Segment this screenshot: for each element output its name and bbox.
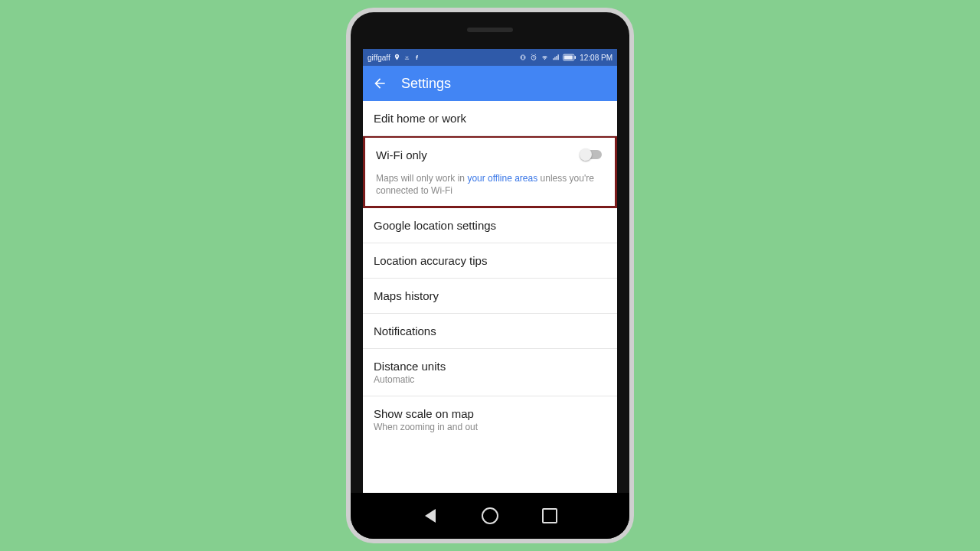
vibrate-icon xyxy=(519,54,527,61)
row-label: Wi-Fi only xyxy=(376,148,604,161)
wifi-only-toggle[interactable] xyxy=(580,148,604,161)
row-sublabel: Automatic xyxy=(374,374,606,385)
alarm-icon xyxy=(530,54,537,61)
row-maps-history[interactable]: Maps history xyxy=(363,279,617,314)
svg-rect-3 xyxy=(564,55,573,59)
svg-rect-0 xyxy=(522,55,524,60)
row-show-scale[interactable]: Show scale on map When zooming in and ou… xyxy=(363,396,617,443)
status-bar: giffgaff xyxy=(363,49,617,66)
row-notifications[interactable]: Notifications xyxy=(363,314,617,349)
row-label: Location accuracy tips xyxy=(374,254,487,267)
location-icon xyxy=(394,54,400,62)
svg-rect-4 xyxy=(575,56,577,59)
phone-speaker xyxy=(467,28,513,32)
row-label: Edit home or work xyxy=(374,112,466,125)
clock-label: 12:08 PM xyxy=(580,54,612,62)
row-label: Google location settings xyxy=(374,219,496,232)
nav-home-button[interactable] xyxy=(482,507,498,524)
battery-icon xyxy=(563,54,577,61)
row-edit-home-work[interactable]: Edit home or work xyxy=(363,101,617,136)
signal-icon xyxy=(552,54,560,61)
status-left: giffgaff xyxy=(368,54,420,62)
row-wifi-only[interactable]: Wi-Fi only Maps will only work in your o… xyxy=(365,138,615,206)
screen: giffgaff xyxy=(363,49,617,493)
row-label: Show scale on map xyxy=(374,407,606,420)
wifi-icon xyxy=(541,54,549,61)
facebook-icon xyxy=(413,54,420,62)
highlight-wifi-only: Wi-Fi only Maps will only work in your o… xyxy=(363,135,617,208)
app-bar: Settings xyxy=(363,66,617,101)
offline-areas-link[interactable]: your offline areas xyxy=(467,173,537,184)
wifi-only-description: Maps will only work in your offline area… xyxy=(376,172,604,197)
row-sublabel: When zooming in and out xyxy=(374,422,606,432)
android-nav-bar xyxy=(351,493,629,539)
desc-pre: Maps will only work in xyxy=(376,173,467,184)
nav-recent-button[interactable] xyxy=(541,507,558,524)
toggle-thumb xyxy=(580,148,592,161)
row-label: Distance units xyxy=(374,360,606,373)
back-button[interactable] xyxy=(372,76,387,91)
phone-frame: giffgaff xyxy=(346,8,634,543)
nav-back-button[interactable] xyxy=(422,507,439,524)
phone-body: giffgaff xyxy=(351,12,629,539)
page-title: Settings xyxy=(401,76,451,92)
settings-list: Edit home or work Wi-Fi only Maps will o… xyxy=(363,101,617,443)
row-label: Notifications xyxy=(374,324,436,337)
row-label: Maps history xyxy=(374,289,439,302)
carrier-label: giffgaff xyxy=(368,54,390,62)
stage: giffgaff xyxy=(0,0,980,551)
row-location-accuracy[interactable]: Location accuracy tips xyxy=(363,243,617,279)
download-icon xyxy=(403,54,410,62)
row-distance-units[interactable]: Distance units Automatic xyxy=(363,349,617,396)
status-right: 12:08 PM xyxy=(519,54,612,62)
row-google-location[interactable]: Google location settings xyxy=(363,208,617,243)
